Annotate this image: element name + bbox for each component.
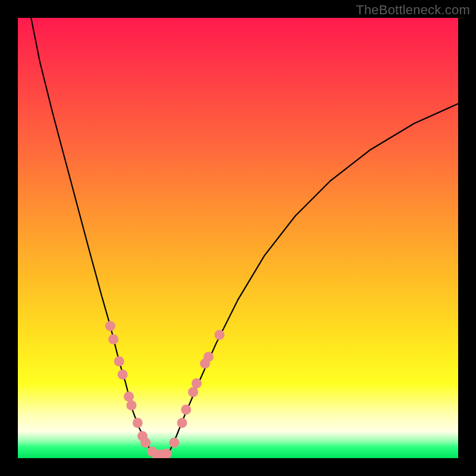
marker-point xyxy=(214,330,224,340)
chart-frame: TheBottleneck.com xyxy=(0,0,476,476)
marker-point xyxy=(192,378,202,389)
marker-point xyxy=(177,418,187,428)
marker-point xyxy=(118,369,128,380)
marker-point xyxy=(108,334,118,345)
chart-svg xyxy=(18,18,458,458)
watermark-text: TheBottleneck.com xyxy=(356,2,470,18)
marker-point xyxy=(105,321,115,331)
marker-point xyxy=(169,438,179,448)
marker-point xyxy=(126,400,136,411)
marker-point xyxy=(181,405,191,415)
marker-point xyxy=(188,387,198,397)
markers-group xyxy=(105,321,225,459)
curve-right-branch xyxy=(168,104,458,456)
marker-point xyxy=(203,352,214,362)
marker-point xyxy=(140,438,151,448)
plot-area xyxy=(18,18,458,458)
marker-point xyxy=(133,418,143,428)
curve-left-branch xyxy=(31,18,154,456)
marker-point xyxy=(114,356,124,367)
marker-point xyxy=(124,392,134,402)
